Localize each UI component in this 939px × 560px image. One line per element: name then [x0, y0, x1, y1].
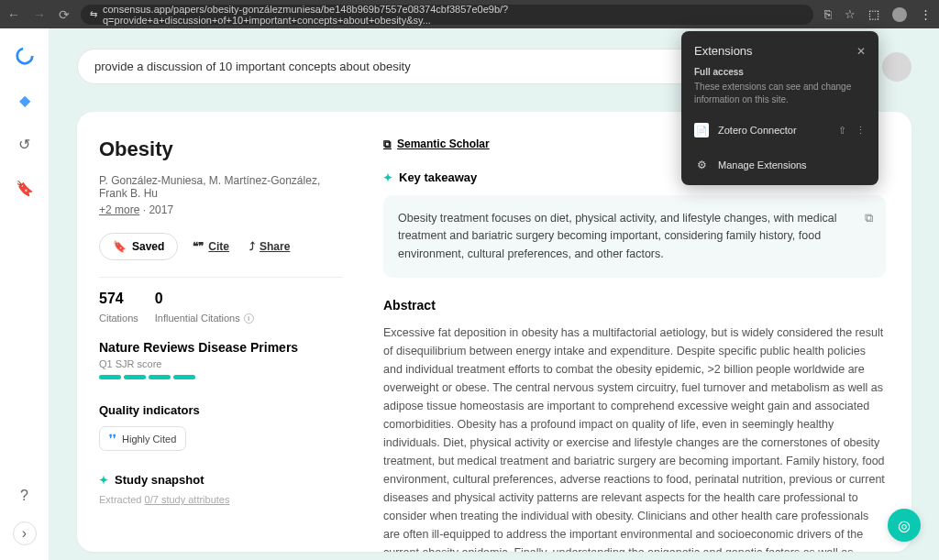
external-link-icon: ⧉ — [383, 137, 392, 150]
extensions-description: These extensions can see and change info… — [694, 81, 866, 106]
help-fab[interactable]: ◎ — [888, 509, 921, 542]
forward-button[interactable]: → — [33, 7, 46, 22]
back-button[interactable]: ← — [7, 7, 20, 22]
logo[interactable] — [14, 45, 36, 67]
close-icon[interactable]: ✕ — [856, 45, 866, 58]
search-input[interactable] — [77, 49, 737, 84]
gear-icon: ⚙ — [694, 158, 709, 172]
study-snapshot-title: ✦ Study snapshot — [99, 473, 343, 487]
divider — [99, 277, 343, 278]
extension-label: Zotero Connector — [718, 125, 829, 136]
more-authors-link[interactable]: +2 more — [99, 203, 139, 216]
paper-actions: 🔖 Saved ❝❞ Cite ⤴ Share — [99, 233, 343, 260]
browser-actions: ⎘ ☆ ⬚ ⋮ — [824, 7, 932, 22]
extensions-subheading: Full access — [694, 67, 866, 77]
abstract-text: Excessive fat deposition in obesity has … — [383, 324, 886, 552]
reload-button[interactable]: ⟳ — [59, 7, 70, 22]
history-icon[interactable]: ↺ — [14, 133, 36, 155]
takeaway-text: Obesity treatment focuses on diet, physi… — [398, 212, 836, 260]
quality-indicators-title: Quality indicators — [99, 403, 343, 417]
extensions-title: Extensions — [694, 44, 753, 58]
extensions-popup: Extensions ✕ Full access These extension… — [681, 31, 878, 185]
sparkle-icon: ✦ — [383, 171, 392, 184]
sidebar: ◆ ↺ 🔖 ? › — [0, 28, 50, 560]
citation-stats: 574 0 — [99, 291, 343, 307]
install-icon[interactable]: ⎘ — [824, 7, 832, 21]
saved-button[interactable]: 🔖 Saved — [99, 233, 178, 260]
menu-dots-icon[interactable]: ⋮ — [920, 7, 932, 21]
bookmark-star-icon[interactable]: ☆ — [845, 7, 856, 21]
citations-count: 574 — [99, 291, 124, 307]
sjr-score-bars — [99, 375, 343, 379]
paper-meta: +2 more · 2017 — [99, 203, 343, 216]
paper-meta-column: Obesity P. González-Muniesa, M. Martínez… — [77, 112, 365, 552]
journal-name: Nature Reviews Disease Primers — [99, 340, 343, 355]
bookmark-icon[interactable]: 🔖 — [14, 177, 36, 199]
bookmark-filled-icon: 🔖 — [113, 240, 127, 253]
quote-icon: ❜❜ — [109, 433, 116, 445]
extension-row[interactable]: 📄 Zotero Connector ⇧ ⋮ — [694, 117, 866, 143]
zotero-icon: 📄 — [694, 123, 709, 137]
abstract-title: Abstract — [383, 298, 886, 313]
snapshot-subtext: Extracted 0/7 study attributes — [99, 494, 343, 505]
browser-toolbar: ← → ⟳ ⇆ consensus.app/papers/obesity-gon… — [0, 0, 939, 28]
help-icon[interactable]: ? — [14, 485, 36, 507]
paper-year: 2017 — [149, 203, 173, 216]
copy-icon[interactable]: ⧉ — [865, 210, 873, 227]
highly-cited-badge: ❜❜ Highly Cited — [99, 426, 186, 451]
pin-icon[interactable]: ⇧ — [838, 125, 846, 137]
sjr-label: Q1 SJR score — [99, 358, 343, 369]
user-avatar[interactable] — [882, 52, 911, 82]
more-icon[interactable]: ⋮ — [856, 125, 866, 137]
info-icon[interactable]: i — [244, 313, 254, 324]
key-takeaway-box: Obesity treatment focuses on diet, physi… — [383, 195, 886, 278]
influential-label: Influential Citations i — [155, 313, 254, 324]
sparkle-icon: ✦ — [99, 474, 108, 487]
premium-icon[interactable]: ◆ — [14, 89, 36, 111]
cite-button[interactable]: ❝❞ Cite — [187, 233, 235, 260]
influential-count: 0 — [155, 291, 163, 307]
extensions-icon[interactable]: ⬚ — [868, 7, 879, 21]
site-info-icon: ⇆ — [90, 9, 97, 19]
nav-arrows: ← → ⟳ — [7, 7, 70, 22]
cite-icon: ❝❞ — [193, 240, 204, 253]
citations-label: Citations — [99, 313, 138, 324]
lifebuoy-icon: ◎ — [898, 517, 911, 534]
paper-title: Obesity — [99, 137, 343, 161]
url-bar[interactable]: ⇆ consensus.app/papers/obesity-gonzálezm… — [81, 5, 813, 25]
paper-authors: P. González-Muniesa, M. Martínez-Gonzále… — [99, 174, 343, 200]
manage-label: Manage Extensions — [718, 159, 807, 170]
manage-extensions[interactable]: ⚙ Manage Extensions — [694, 150, 866, 172]
profile-avatar[interactable] — [892, 7, 907, 22]
expand-icon[interactable]: › — [13, 522, 37, 545]
svg-point-0 — [17, 49, 32, 64]
snapshot-link[interactable]: 0/7 study attributes — [145, 494, 230, 505]
url-text: consensus.app/papers/obesity-gonzálezmun… — [103, 4, 804, 26]
share-icon: ⤴ — [249, 240, 255, 253]
share-button[interactable]: ⤴ Share — [244, 233, 295, 260]
